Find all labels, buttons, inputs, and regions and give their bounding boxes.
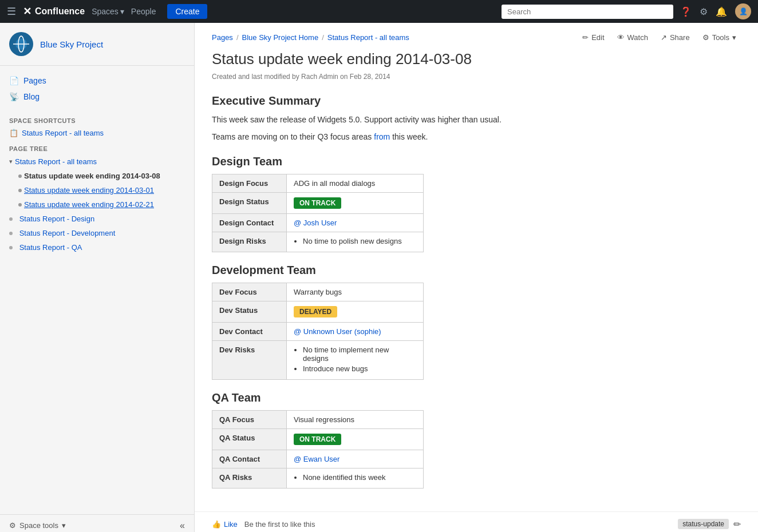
qa-focus-label: QA Focus (212, 410, 287, 428)
executive-summary-heading: Executive Summary (212, 94, 741, 108)
sidebar: Blue Sky Project 📄 Pages 📡 Blog SPACE SH… (0, 23, 195, 532)
qa-status-value: ON TRACK (287, 428, 424, 450)
footer-tag[interactable]: status-update (678, 519, 729, 529)
share-label: Share (670, 33, 690, 42)
document-icon: 📋 (9, 129, 18, 137)
dev-contact-value: @ Unknown User (sophie) (287, 322, 424, 340)
design-team-table: Design Focus ADG in all modal dialogs De… (212, 174, 424, 252)
qa-risks-label: QA Risks (212, 468, 287, 488)
space-tools-button[interactable]: ⚙ Space tools ▾ (9, 521, 66, 530)
design-team-heading: Design Team (212, 155, 741, 168)
dev-focus-label: Dev Focus (212, 283, 287, 301)
app-logo[interactable]: ✕ Confluence (23, 5, 85, 18)
design-status-value: ON TRACK (287, 192, 424, 213)
table-row: QA Focus Visual regressions (212, 410, 424, 428)
edit-icon: ✏ (582, 33, 589, 42)
tree-label[interactable]: Status Report - Development (19, 229, 116, 237)
tree-label[interactable]: Status Report - Design (19, 215, 95, 223)
create-button[interactable]: Create (167, 4, 207, 19)
gear-icon: ⚙ (9, 521, 16, 530)
design-focus-value: ADG in all modal dialogs (287, 174, 424, 192)
logo-text: Confluence (35, 6, 85, 17)
dev-contact-link[interactable]: @ Unknown User (sophie) (294, 327, 381, 336)
tree-item-week-0308[interactable]: Status update week ending 2014-03-08 (0, 169, 194, 183)
menu-icon[interactable]: ☰ (7, 5, 16, 18)
like-button[interactable]: 👍 Like (212, 520, 238, 529)
bullet-icon (18, 203, 22, 207)
design-contact-link[interactable]: @ Josh User (294, 219, 337, 227)
edit-button[interactable]: ✏ Edit (578, 31, 609, 44)
executive-line1: This week saw the release of Widgets 5.0… (212, 113, 741, 126)
table-row: Dev Contact @ Unknown User (sophie) (212, 322, 424, 340)
sidebar-nav: 📄 Pages 📡 Blog (0, 66, 194, 112)
executive-line2: Teams are moving on to their Q3 focus ar… (212, 130, 741, 143)
shortcut-label: Status Report - all teams (22, 129, 104, 137)
sidebar-footer: ⚙ Space tools ▾ « (0, 514, 194, 532)
tree-item-week-0221[interactable]: Status update week ending 2014-02-21 (0, 197, 194, 212)
breadcrumb-project[interactable]: Blue Sky Project Home (242, 33, 319, 42)
qa-contact-label: QA Contact (212, 450, 287, 468)
chevron-down-icon: ▾ (9, 158, 13, 165)
tree-label[interactable]: Status update week ending 2014-03-01 (24, 186, 154, 194)
share-button[interactable]: ↗ Share (656, 31, 694, 44)
sidebar-project[interactable]: Blue Sky Project (0, 23, 194, 66)
sidebar-item-blog[interactable]: 📡 Blog (9, 89, 185, 105)
watch-label: Watch (627, 33, 648, 42)
edit-label: Edit (591, 33, 604, 42)
chevron-down-icon: ▾ (62, 521, 66, 530)
breadcrumb-current[interactable]: Status Report - all teams (327, 33, 409, 42)
collapse-sidebar-button[interactable]: « (180, 521, 185, 531)
watch-icon: 👁 (617, 33, 625, 42)
tree-item-week-0301[interactable]: Status update week ending 2014-03-01 (0, 183, 194, 197)
table-row: Design Risks No time to polish new desig… (212, 232, 424, 252)
dev-risks-label: Dev Risks (212, 340, 287, 379)
exec-highlight: from (374, 132, 390, 141)
qa-focus-value: Visual regressions (287, 410, 424, 428)
like-prompt: Be the first to like this (244, 520, 315, 529)
thumbs-up-icon: 👍 (212, 520, 221, 529)
breadcrumb: Pages / Blue Sky Project Home / Status R… (212, 33, 409, 42)
tree-label[interactable]: Status update week ending 2014-02-21 (24, 200, 154, 209)
tree-item-status-qa[interactable]: Status Report - QA (0, 240, 194, 255)
status-badge: ON TRACK (294, 197, 341, 209)
notifications-icon[interactable]: 🔔 (716, 6, 727, 17)
sidebar-tree: ▾ Status Report - all teams Status updat… (0, 154, 194, 514)
spaces-menu[interactable]: Spaces ▾ (92, 7, 124, 16)
qa-contact-link[interactable]: @ Ewan User (294, 455, 339, 463)
chevron-down-icon: ▾ (120, 7, 124, 16)
tools-icon: ⚙ (702, 33, 709, 42)
breadcrumb-pages[interactable]: Pages (212, 33, 233, 42)
help-icon[interactable]: ❓ (680, 6, 692, 17)
status-badge: ON TRACK (294, 434, 341, 445)
qa-status-label: QA Status (212, 428, 287, 450)
avatar[interactable]: 👤 (735, 3, 751, 19)
footer-edit-button[interactable]: ✏ (733, 519, 741, 530)
blog-icon: 📡 (9, 92, 19, 101)
sidebar-project-name[interactable]: Blue Sky Project (40, 39, 103, 49)
search-input[interactable] (502, 5, 673, 19)
shortcut-item-status-report[interactable]: 📋 Status Report - all teams (9, 126, 185, 140)
tools-label: Tools (712, 33, 729, 42)
dev-status-value: DELAYED (287, 301, 424, 322)
tree-item-status-dev[interactable]: Status Report - Development (0, 226, 194, 240)
blog-label: Blog (23, 92, 40, 101)
tools-button[interactable]: ⚙ Tools ▾ (698, 31, 741, 44)
share-icon: ↗ (661, 33, 667, 42)
tree-label[interactable]: Status Report - QA (19, 243, 82, 252)
tree-item-status-report-all[interactable]: ▾ Status Report - all teams (0, 154, 194, 169)
table-row: Dev Status DELAYED (212, 301, 424, 322)
design-contact-value: @ Josh User (287, 213, 424, 232)
tree-item-status-design[interactable]: Status Report - Design (0, 212, 194, 226)
qa-team-heading: QA Team (212, 391, 741, 404)
chevron-down-icon: ▾ (732, 33, 736, 42)
page-tree-section-label: PAGE TREE (0, 140, 194, 154)
project-icon (9, 32, 33, 56)
watch-button[interactable]: 👁 Watch (613, 31, 653, 44)
people-menu[interactable]: People (131, 7, 156, 16)
table-row: Design Focus ADG in all modal dialogs (212, 174, 424, 192)
settings-icon[interactable]: ⚙ (700, 6, 708, 17)
qa-contact-value: @ Ewan User (287, 450, 424, 468)
sidebar-item-pages[interactable]: 📄 Pages (9, 73, 185, 89)
bullet-icon (9, 232, 13, 235)
design-risks-value: No time to polish new designs (287, 232, 424, 252)
